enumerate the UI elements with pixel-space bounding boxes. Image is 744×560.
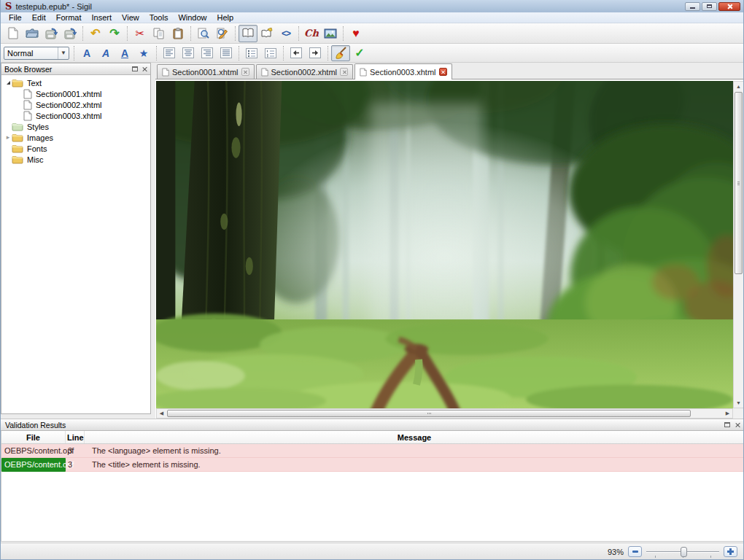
tree-item-fonts[interactable]: Fonts	[1, 143, 150, 154]
copy-button[interactable]	[150, 25, 168, 42]
toolbar-separator	[127, 26, 128, 41]
horizontal-scrollbar[interactable]: ◀ ▶	[156, 408, 733, 419]
main-toolbar: ↶ ↷ ✂ <> Ch ♥	[1, 23, 743, 44]
close-panel-icon[interactable]	[142, 66, 147, 72]
cut-button[interactable]: ✂	[131, 25, 150, 42]
underline-button[interactable]: A	[115, 45, 134, 61]
menu-insert[interactable]: Insert	[87, 12, 117, 23]
tab-close-icon[interactable]	[439, 68, 447, 76]
find-replace-icon	[217, 28, 228, 39]
save-button[interactable]	[42, 25, 61, 42]
menu-file[interactable]: File	[4, 12, 27, 23]
scroll-left-icon[interactable]: ◀	[157, 409, 166, 418]
toolbar-separator	[156, 46, 157, 61]
float-panel-icon[interactable]	[724, 422, 730, 427]
code-view-icon: <>	[282, 28, 290, 39]
find-button[interactable]	[194, 25, 213, 42]
zoom-in-button[interactable]	[724, 546, 737, 557]
menu-tools[interactable]: Tools	[144, 12, 174, 23]
bold-button[interactable]: A	[77, 45, 96, 61]
heading-select[interactable]: Normal ▼	[4, 47, 69, 60]
insert-image-button[interactable]	[321, 25, 340, 42]
tree-item-text[interactable]: Text	[1, 77, 150, 88]
validation-file-cell[interactable]: OEBPS/content.opf	[1, 444, 66, 458]
save-as-button[interactable]	[61, 25, 80, 42]
open-button[interactable]	[23, 25, 42, 42]
split-view-button[interactable]	[257, 25, 276, 42]
tab-section0002[interactable]: Section0002.xhtml	[256, 64, 354, 79]
validation-row[interactable]: OEBPS/content.opf 3 The <language> eleme…	[1, 444, 744, 458]
maximize-button[interactable]	[702, 2, 717, 11]
validation-title: Validation Results	[5, 421, 66, 429]
underline-icon: A	[121, 47, 128, 59]
scroll-right-icon[interactable]: ▶	[723, 409, 732, 418]
menu-window[interactable]: Window	[173, 12, 212, 23]
vertical-scrollbar-thumb[interactable]	[735, 92, 743, 274]
horizontal-scrollbar-thumb[interactable]	[167, 410, 691, 417]
column-header-file[interactable]: File	[1, 431, 66, 443]
validation-row[interactable]: OEBPS/content.opf 3 The <title> element …	[1, 458, 744, 472]
sigil-window: S testepub.epub* - Sigil File Edit Forma…	[0, 0, 744, 560]
tab-close-icon[interactable]	[241, 68, 249, 76]
indent-icon	[309, 47, 321, 58]
menu-edit[interactable]: Edit	[27, 12, 51, 23]
zoom-slider-handle[interactable]	[681, 547, 687, 557]
menu-view[interactable]: View	[117, 12, 144, 23]
donate-button[interactable]: ♥	[346, 25, 365, 42]
tree-item-styles[interactable]: Styles	[1, 121, 150, 132]
forest-image	[156, 81, 733, 408]
close-panel-icon[interactable]	[735, 422, 740, 428]
scroll-down-icon[interactable]: ▼	[734, 398, 743, 408]
validation-file-cell-selected[interactable]: OEBPS/content.opf	[1, 458, 66, 472]
clean-source-button[interactable]	[331, 45, 350, 61]
save-as-icon	[64, 28, 77, 39]
float-panel-icon[interactable]	[132, 66, 138, 71]
tab-section0003[interactable]: Section0003.xhtml	[354, 63, 452, 79]
validate-epub-button[interactable]: ✓	[350, 45, 369, 61]
menu-help[interactable]: Help	[212, 12, 239, 23]
indent-button[interactable]	[306, 45, 325, 61]
italic-button[interactable]: A	[96, 45, 115, 61]
column-header-message[interactable]: Message	[85, 431, 744, 443]
sigil-logo-icon: S	[5, 1, 12, 11]
vertical-scrollbar[interactable]: ▲ ▼	[733, 81, 744, 408]
tree-item-images[interactable]: ▸ Images	[1, 132, 150, 143]
paste-button[interactable]	[168, 25, 187, 42]
expanded-arrow-icon[interactable]	[7, 81, 10, 85]
close-button[interactable]	[718, 2, 740, 11]
code-view-button[interactable]: <>	[276, 25, 295, 42]
insert-chapter-break-button[interactable]: Ch	[302, 25, 321, 42]
outdent-button[interactable]	[287, 45, 306, 61]
tab-label: Section0003.xhtml	[370, 68, 436, 77]
collapsed-arrow-icon[interactable]: ▸	[7, 134, 10, 141]
tree-item-section0001[interactable]: Section0001.xhtml	[1, 88, 150, 99]
menu-format[interactable]: Format	[51, 12, 87, 23]
strikethrough-button[interactable]: ★	[134, 45, 153, 61]
bullet-list-button[interactable]	[242, 45, 261, 61]
minimize-button[interactable]	[685, 2, 700, 11]
undo-button[interactable]: ↶	[86, 25, 105, 42]
tree-item-section0003[interactable]: Section0003.xhtml	[1, 110, 150, 121]
tree-item-section0002[interactable]: Section0002.xhtml	[1, 99, 150, 110]
column-header-line[interactable]: Line	[66, 431, 85, 443]
book-view-button[interactable]	[239, 25, 257, 42]
align-left-button[interactable]	[160, 45, 179, 61]
new-file-button[interactable]	[4, 25, 23, 42]
title-bar: S testepub.epub* - Sigil	[1, 0, 743, 12]
tab-close-icon[interactable]	[340, 68, 348, 76]
format-toolbar: Normal ▼ A A A ★	[1, 44, 743, 63]
tree-item-misc[interactable]: Misc	[1, 154, 150, 165]
tab-section0001[interactable]: Section0001.xhtml	[157, 64, 255, 79]
align-center-button[interactable]	[179, 45, 198, 61]
toolbar-separator	[283, 46, 284, 61]
align-justify-button[interactable]	[217, 45, 236, 61]
scroll-up-icon[interactable]: ▲	[734, 82, 743, 91]
find-replace-button[interactable]	[213, 25, 232, 42]
numbered-list-button[interactable]	[261, 45, 280, 61]
undo-icon: ↶	[90, 26, 100, 40]
zoom-out-button[interactable]	[628, 546, 642, 557]
redo-button[interactable]: ↷	[105, 25, 124, 42]
align-right-button[interactable]	[198, 45, 217, 61]
tab-bar: Section0001.xhtml Section0002.xhtml Sect…	[155, 63, 744, 79]
zoom-slider[interactable]	[646, 546, 719, 558]
